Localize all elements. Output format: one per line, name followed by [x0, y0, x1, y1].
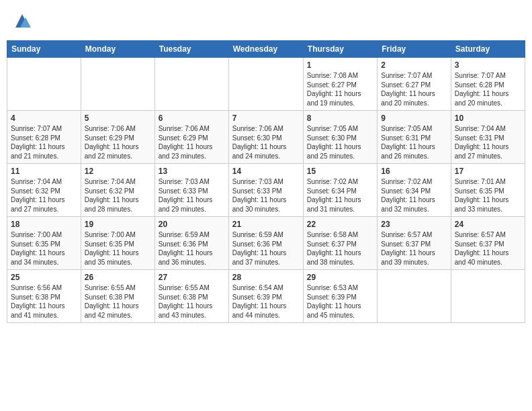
day-number: 27 [159, 273, 225, 282]
day-cell: 17Sunrise: 7:01 AM Sunset: 6:35 PM Dayli… [451, 164, 525, 217]
calendar-body: 1Sunrise: 7:08 AM Sunset: 6:27 PM Daylig… [7, 58, 525, 323]
day-cell: 8Sunrise: 7:05 AM Sunset: 6:30 PM Daylig… [303, 111, 377, 164]
day-info: Sunrise: 7:02 AM Sunset: 6:34 PM Dayligh… [307, 177, 373, 214]
day-number: 16 [381, 167, 447, 176]
day-number: 28 [232, 273, 300, 282]
day-number: 7 [232, 113, 300, 123]
header-cell-wednesday: Wednesday [228, 41, 303, 58]
day-info: Sunrise: 7:03 AM Sunset: 6:33 PM Dayligh… [232, 177, 300, 214]
day-number: 23 [381, 220, 447, 229]
day-cell: 15Sunrise: 7:02 AM Sunset: 6:34 PM Dayli… [303, 164, 377, 217]
day-number: 1 [307, 60, 373, 70]
day-number: 24 [455, 220, 521, 229]
header-cell-monday: Monday [81, 41, 154, 58]
day-info: Sunrise: 7:00 AM Sunset: 6:35 PM Dayligh… [11, 230, 77, 267]
day-number: 14 [232, 167, 300, 176]
day-number: 4 [11, 113, 77, 123]
day-cell: 5Sunrise: 7:06 AM Sunset: 6:29 PM Daylig… [81, 111, 154, 164]
day-cell: 27Sunrise: 6:55 AM Sunset: 6:38 PM Dayli… [154, 270, 228, 323]
day-number: 17 [455, 167, 521, 176]
day-cell: 29Sunrise: 6:53 AM Sunset: 6:39 PM Dayli… [303, 270, 377, 323]
week-row-5: 25Sunrise: 6:56 AM Sunset: 6:38 PM Dayli… [7, 270, 525, 323]
day-cell [378, 270, 451, 323]
day-cell: 13Sunrise: 7:03 AM Sunset: 6:33 PM Dayli… [154, 164, 228, 217]
day-number: 2 [381, 60, 447, 70]
day-cell [228, 58, 303, 111]
day-info: Sunrise: 6:53 AM Sunset: 6:39 PM Dayligh… [307, 283, 373, 320]
day-cell: 28Sunrise: 6:54 AM Sunset: 6:39 PM Dayli… [228, 270, 303, 323]
day-cell: 21Sunrise: 6:59 AM Sunset: 6:36 PM Dayli… [228, 217, 303, 270]
day-number: 10 [455, 113, 521, 123]
day-number: 11 [11, 167, 77, 176]
day-number: 9 [381, 113, 447, 123]
day-info: Sunrise: 6:56 AM Sunset: 6:38 PM Dayligh… [11, 283, 77, 320]
day-info: Sunrise: 7:05 AM Sunset: 6:30 PM Dayligh… [307, 124, 373, 161]
header-cell-friday: Friday [378, 41, 451, 58]
header-cell-sunday: Sunday [7, 41, 81, 58]
logo-icon [12, 11, 32, 31]
day-info: Sunrise: 7:07 AM Sunset: 6:27 PM Dayligh… [381, 71, 447, 107]
day-info: Sunrise: 6:58 AM Sunset: 6:37 PM Dayligh… [307, 230, 373, 267]
header [7, 7, 525, 35]
day-info: Sunrise: 6:57 AM Sunset: 6:37 PM Dayligh… [455, 230, 521, 267]
day-info: Sunrise: 7:03 AM Sunset: 6:33 PM Dayligh… [159, 177, 225, 214]
day-info: Sunrise: 6:54 AM Sunset: 6:39 PM Dayligh… [232, 283, 300, 320]
header-cell-thursday: Thursday [303, 41, 377, 58]
header-cell-saturday: Saturday [451, 41, 525, 58]
day-cell [154, 58, 228, 111]
day-cell: 4Sunrise: 7:07 AM Sunset: 6:28 PM Daylig… [7, 111, 81, 164]
day-number: 6 [159, 113, 225, 123]
day-cell: 19Sunrise: 7:00 AM Sunset: 6:35 PM Dayli… [81, 217, 154, 270]
day-cell: 22Sunrise: 6:58 AM Sunset: 6:37 PM Dayli… [303, 217, 377, 270]
day-cell: 20Sunrise: 6:59 AM Sunset: 6:36 PM Dayli… [154, 217, 228, 270]
day-number: 18 [11, 220, 77, 229]
day-cell: 3Sunrise: 7:07 AM Sunset: 6:28 PM Daylig… [451, 58, 525, 111]
header-row: SundayMondayTuesdayWednesdayThursdayFrid… [7, 41, 525, 58]
day-info: Sunrise: 7:04 AM Sunset: 6:32 PM Dayligh… [85, 177, 151, 214]
day-cell [7, 58, 81, 111]
day-info: Sunrise: 6:59 AM Sunset: 6:36 PM Dayligh… [159, 230, 225, 267]
day-info: Sunrise: 7:02 AM Sunset: 6:34 PM Dayligh… [381, 177, 447, 214]
day-number: 8 [307, 113, 373, 123]
day-info: Sunrise: 7:01 AM Sunset: 6:35 PM Dayligh… [455, 177, 521, 214]
day-info: Sunrise: 7:07 AM Sunset: 6:28 PM Dayligh… [455, 71, 521, 107]
day-info: Sunrise: 6:55 AM Sunset: 6:38 PM Dayligh… [159, 283, 225, 320]
day-cell: 7Sunrise: 7:06 AM Sunset: 6:30 PM Daylig… [228, 111, 303, 164]
day-info: Sunrise: 7:07 AM Sunset: 6:28 PM Dayligh… [11, 124, 77, 161]
day-info: Sunrise: 7:06 AM Sunset: 6:30 PM Dayligh… [232, 124, 300, 161]
day-cell [81, 58, 154, 111]
day-info: Sunrise: 6:55 AM Sunset: 6:38 PM Dayligh… [85, 283, 151, 320]
day-cell: 16Sunrise: 7:02 AM Sunset: 6:34 PM Dayli… [378, 164, 451, 217]
day-info: Sunrise: 7:05 AM Sunset: 6:31 PM Dayligh… [381, 124, 447, 161]
day-cell: 25Sunrise: 6:56 AM Sunset: 6:38 PM Dayli… [7, 270, 81, 323]
day-cell [451, 270, 525, 323]
day-info: Sunrise: 7:06 AM Sunset: 6:29 PM Dayligh… [159, 124, 225, 161]
day-info: Sunrise: 7:04 AM Sunset: 6:31 PM Dayligh… [455, 124, 521, 161]
day-cell: 1Sunrise: 7:08 AM Sunset: 6:27 PM Daylig… [303, 58, 377, 111]
calendar-header: SundayMondayTuesdayWednesdayThursdayFrid… [7, 41, 525, 58]
day-cell: 11Sunrise: 7:04 AM Sunset: 6:32 PM Dayli… [7, 164, 81, 217]
day-info: Sunrise: 7:00 AM Sunset: 6:35 PM Dayligh… [85, 230, 151, 267]
day-number: 3 [455, 60, 521, 70]
calendar-table: SundayMondayTuesdayWednesdayThursdayFrid… [7, 40, 525, 323]
week-row-2: 4Sunrise: 7:07 AM Sunset: 6:28 PM Daylig… [7, 111, 525, 164]
day-number: 13 [159, 167, 225, 176]
week-row-4: 18Sunrise: 7:00 AM Sunset: 6:35 PM Dayli… [7, 217, 525, 270]
day-number: 5 [85, 113, 151, 123]
header-cell-tuesday: Tuesday [154, 41, 228, 58]
day-cell: 6Sunrise: 7:06 AM Sunset: 6:29 PM Daylig… [154, 111, 228, 164]
day-number: 19 [85, 220, 151, 229]
day-cell: 2Sunrise: 7:07 AM Sunset: 6:27 PM Daylig… [378, 58, 451, 111]
day-cell: 26Sunrise: 6:55 AM Sunset: 6:38 PM Dayli… [81, 270, 154, 323]
day-number: 26 [85, 273, 151, 282]
day-number: 29 [307, 273, 373, 282]
day-number: 20 [159, 220, 225, 229]
day-number: 25 [11, 273, 77, 282]
logo [9, 11, 32, 31]
day-cell: 23Sunrise: 6:57 AM Sunset: 6:37 PM Dayli… [378, 217, 451, 270]
day-cell: 24Sunrise: 6:57 AM Sunset: 6:37 PM Dayli… [451, 217, 525, 270]
day-cell: 12Sunrise: 7:04 AM Sunset: 6:32 PM Dayli… [81, 164, 154, 217]
day-info: Sunrise: 6:57 AM Sunset: 6:37 PM Dayligh… [381, 230, 447, 267]
day-cell: 10Sunrise: 7:04 AM Sunset: 6:31 PM Dayli… [451, 111, 525, 164]
day-info: Sunrise: 7:06 AM Sunset: 6:29 PM Dayligh… [85, 124, 151, 161]
